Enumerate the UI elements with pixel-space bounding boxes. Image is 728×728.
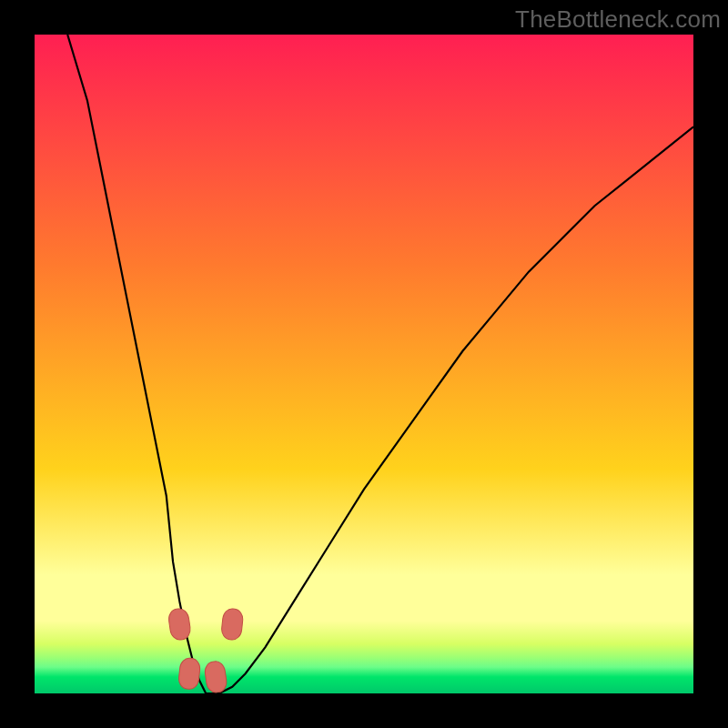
plot-area — [35, 35, 693, 693]
watermark-text: TheBottleneck.com — [515, 5, 721, 34]
outer-frame: TheBottleneck.com — [0, 0, 728, 728]
chart-svg — [35, 35, 693, 693]
gradient-background — [35, 35, 693, 693]
